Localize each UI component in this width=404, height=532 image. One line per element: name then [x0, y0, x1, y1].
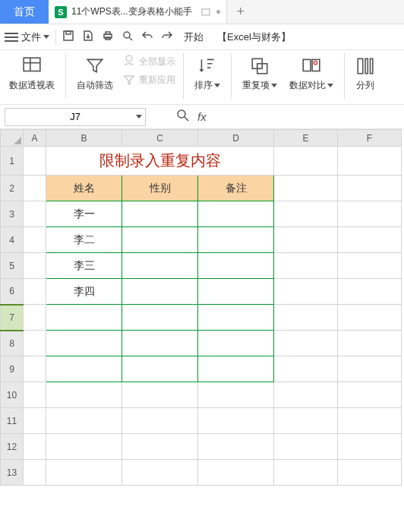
cell[interactable]	[46, 460, 122, 486]
cell[interactable]	[122, 382, 198, 408]
cell[interactable]	[24, 227, 46, 253]
cell[interactable]	[338, 382, 402, 408]
cell[interactable]	[46, 382, 122, 408]
cell[interactable]	[274, 408, 338, 434]
cell[interactable]	[122, 253, 198, 279]
cell[interactable]	[198, 227, 274, 253]
header-cell[interactable]: 姓名	[46, 176, 122, 201]
cell[interactable]	[274, 331, 338, 356]
cell[interactable]	[198, 201, 274, 227]
cell[interactable]: 李一	[46, 201, 122, 227]
row-header[interactable]: 10	[1, 382, 24, 408]
row-header[interactable]: 11	[1, 408, 24, 434]
hamburger-icon[interactable]	[5, 33, 18, 42]
cell[interactable]	[338, 356, 402, 382]
cell[interactable]	[338, 253, 402, 279]
undo-icon[interactable]	[141, 30, 153, 44]
cell[interactable]	[122, 331, 198, 356]
cell[interactable]: 李四	[46, 279, 122, 305]
pivot-button[interactable]: 数据透视表	[5, 53, 59, 95]
compare-button[interactable]: 数据对比	[285, 53, 338, 95]
cell[interactable]	[122, 434, 198, 460]
cell[interactable]	[122, 408, 198, 434]
window-icon[interactable]	[201, 8, 210, 17]
cell[interactable]	[198, 460, 274, 486]
cell[interactable]	[122, 305, 198, 331]
cell[interactable]	[46, 305, 122, 331]
name-box[interactable]	[5, 108, 146, 126]
cell[interactable]	[24, 460, 46, 486]
cell[interactable]	[338, 408, 402, 434]
sort-button[interactable]: 排序	[190, 53, 225, 95]
menu-start[interactable]: 开始	[184, 30, 204, 44]
cell[interactable]	[46, 356, 122, 382]
cell[interactable]	[274, 279, 338, 305]
cell[interactable]	[198, 279, 274, 305]
cell[interactable]	[24, 147, 46, 176]
row-header[interactable]: 2	[1, 176, 24, 201]
row-header[interactable]: 7	[1, 305, 24, 331]
duplicates-button[interactable]: 重复项	[238, 53, 282, 95]
cell[interactable]	[46, 408, 122, 434]
formula-input[interactable]	[207, 108, 404, 126]
save-icon[interactable]	[62, 30, 74, 44]
row-header[interactable]: 8	[1, 331, 24, 356]
row-header[interactable]: 9	[1, 356, 24, 382]
select-all-corner[interactable]	[1, 130, 24, 147]
cell[interactable]	[274, 382, 338, 408]
col-header[interactable]: F	[338, 130, 402, 147]
fx-label[interactable]: fx	[197, 110, 207, 123]
cell[interactable]: 李三	[46, 253, 122, 279]
cell[interactable]	[24, 356, 46, 382]
col-header[interactable]: B	[46, 130, 122, 147]
zoom-icon[interactable]	[176, 109, 190, 125]
cell[interactable]	[24, 176, 46, 201]
row-header[interactable]: 1	[1, 147, 24, 176]
tab-add[interactable]: +	[227, 0, 254, 24]
cell[interactable]	[24, 253, 46, 279]
cell[interactable]	[338, 176, 402, 201]
tab-document[interactable]: S 11个WPS表...变身表格小能手	[49, 0, 227, 24]
header-cell[interactable]: 性别	[122, 176, 198, 201]
cell[interactable]	[122, 356, 198, 382]
row-header[interactable]: 4	[1, 227, 24, 253]
cell[interactable]	[46, 434, 122, 460]
cell[interactable]: 李二	[46, 227, 122, 253]
cell[interactable]	[24, 279, 46, 305]
cell[interactable]	[24, 201, 46, 227]
cell[interactable]	[274, 201, 338, 227]
col-header[interactable]: E	[274, 130, 338, 147]
cell[interactable]	[274, 460, 338, 486]
header-cell[interactable]: 备注	[198, 176, 274, 201]
split-button[interactable]: 分列	[351, 53, 380, 95]
cell[interactable]	[274, 305, 338, 331]
cell[interactable]	[274, 434, 338, 460]
cell[interactable]	[46, 331, 122, 356]
cell[interactable]	[274, 227, 338, 253]
cell[interactable]	[338, 305, 402, 331]
row-header[interactable]: 5	[1, 253, 24, 279]
cell[interactable]	[122, 227, 198, 253]
cell[interactable]	[24, 305, 46, 331]
cell[interactable]	[338, 434, 402, 460]
menu-group[interactable]: 【Excel与财务】	[217, 30, 291, 44]
cell[interactable]	[274, 253, 338, 279]
cell[interactable]	[198, 382, 274, 408]
cell[interactable]	[198, 253, 274, 279]
cell[interactable]	[198, 331, 274, 356]
cell[interactable]	[338, 227, 402, 253]
cell[interactable]	[338, 460, 402, 486]
cell[interactable]	[122, 201, 198, 227]
cell[interactable]	[274, 356, 338, 382]
cell[interactable]	[274, 147, 338, 176]
cell[interactable]	[198, 356, 274, 382]
print-icon[interactable]	[102, 30, 114, 44]
cell[interactable]	[122, 279, 198, 305]
cell[interactable]	[24, 331, 46, 356]
cell[interactable]	[24, 434, 46, 460]
cell[interactable]	[338, 201, 402, 227]
row-header[interactable]: 3	[1, 201, 24, 227]
cell[interactable]	[24, 382, 46, 408]
row-header[interactable]: 6	[1, 279, 24, 305]
col-header[interactable]: A	[24, 130, 46, 147]
